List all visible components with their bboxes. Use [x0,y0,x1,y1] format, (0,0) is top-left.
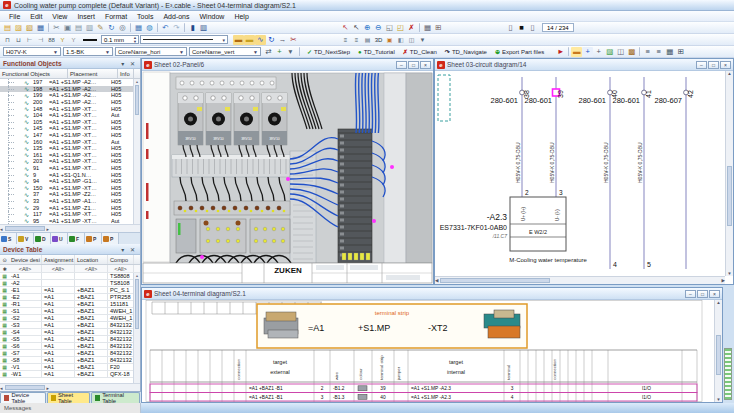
menu-item[interactable]: Format [100,13,132,20]
functional-object-row[interactable]: ∿ 91 =A1 +S1.MP -XT… H05 [0,165,140,172]
functional-objects-columns[interactable]: Functional Objects Placement Info [0,69,140,79]
core-name-vert-combo[interactable]: CoreName_vert▼ [189,47,261,56]
close-button[interactable]: × [709,290,720,298]
panel-3d-icon[interactable]: 3D [373,35,384,45]
layer-icon[interactable]: ▤ [362,35,373,45]
functional-object-row[interactable]: ∿ 135 =A1 +S1.MP -XT… H05 [0,145,140,152]
functional-object-row[interactable]: ∿ 161 =A1 +S1.MP -XT… H05 [0,152,140,159]
filter-yellow-icon[interactable]: Y [57,35,68,45]
circuit-diagram[interactable]: 38280-601H05V-K 0,75-DBU39280-601H05V-K … [435,71,725,276]
swap-icon[interactable]: ◫ [615,47,626,57]
add-terminal-icon[interactable]: + [582,47,593,57]
zoom-in-icon[interactable]: ⊕ [362,23,373,33]
maximize-button[interactable]: □ [708,61,719,69]
functional-object-row[interactable]: ∿ 203 =A1 +S1.MP -XT… H05 [0,158,140,165]
table-view-icon[interactable]: ▥ [198,23,209,33]
block-icon[interactable]: ▩ [626,47,637,57]
device-row[interactable]: ▦ -V1 =A1 +BAZ1 F20 [0,364,140,371]
td-navigate-button[interactable]: ↷TD_Navigate [441,48,491,55]
dt-vertical-scrollbar[interactable]: ▴ [133,273,140,383]
dock-icon-tab[interactable]: P [85,233,102,244]
device-table-columns[interactable]: ⊙ Device desi Assignment Location Compo [0,255,140,265]
align-left-icon[interactable]: ≡ [340,35,351,45]
sep[interactable] [184,23,185,32]
sep[interactable] [639,47,640,56]
circuit-titlebar[interactable]: e Sheet 03-circuit diagram/14 –□× [435,59,733,71]
table-icon[interactable]: ▦ [664,47,675,57]
menu-item[interactable]: Edit [25,13,47,20]
align-mid-icon[interactable]: ≡ [351,35,362,45]
dock-icon-tab[interactable]: V [17,233,34,244]
copy-icon[interactable]: ▣ [62,23,73,33]
connect-right-icon[interactable]: ⊢ [24,35,35,45]
menu-item[interactable]: Window [195,13,230,20]
paste-icon[interactable]: ▤ [73,23,84,33]
line-style-dropdown[interactable]: ▾ [140,35,228,44]
core-name-hori-combo[interactable]: CoreName_hori▼ [115,47,187,56]
dock-tab[interactable]: Sheet Table [47,392,90,403]
mdi-scroll-strip[interactable] [724,348,732,400]
messages-tab[interactable]: Messages [0,403,141,413]
mirror-icon[interactable]: ◫ [406,35,417,45]
td-nextstep-button[interactable]: ✓TD_NextStep [303,48,354,55]
close-button[interactable]: × [420,61,431,69]
functional-object-row[interactable]: ∿ 160 =A1 +S1.MP -XT… Aut [0,138,140,145]
circuit-vertical-scrollbar[interactable]: ▲▼ [725,71,733,276]
wire-width-spinner[interactable]: 0.1 mm▲▼ [101,35,139,44]
circuit-horizontal-scrollbar[interactable]: ◀▶ [435,276,725,284]
list1-icon[interactable]: ≡ [642,47,653,57]
functional-object-row[interactable]: ∿ 37 =A1 +S1.MP -Z2… H05 [0,191,140,198]
device-row[interactable]: ▦ -S6 =A1 +BAZ1 8432132 [0,343,140,350]
functional-object-row[interactable]: ∿ 145 =A1 +S1.MP -XT… H05 [0,125,140,132]
functional-object-row[interactable]: ∿ 29 =A1 +S1.MP -Z1… H05 [0,204,140,211]
connect-left-icon[interactable]: ⊣ [35,35,46,45]
zoom-previous-icon[interactable]: ◰ [395,23,406,33]
minimize-button[interactable]: – [396,61,407,69]
previous-sheet-icon[interactable]: ▯ [505,23,516,33]
paste-special-icon[interactable]: ▥ [84,23,95,33]
device-row[interactable]: ▦ -S1 =A1 +BAZ1 4WEH_1 [0,308,140,315]
device-table-filter-row[interactable]: ✱ <All> <All> <All> <All> [0,265,140,273]
sep[interactable] [48,23,49,32]
core-swap-icon[interactable]: ⇄ [263,47,274,57]
wire-type-combo[interactable]: H07V-K▼ [3,47,61,56]
open-icon[interactable]: ▨ [13,23,24,33]
junction-icon[interactable]: 88 [46,35,57,45]
device-row[interactable]: ▦ -E2 =A1 +BAZ1 PTR258 [0,294,140,301]
close-button[interactable]: × [720,61,731,69]
filter-gray-icon[interactable]: Y [68,35,79,45]
panel3d-titlebar[interactable]: e Sheet 02-Panel/6 –□× [142,59,433,71]
list2-icon[interactable]: ≡ [653,47,664,57]
loop-icon[interactable]: ∿ [255,35,266,45]
fo-vertical-scrollbar[interactable]: ▴ [133,79,140,224]
dock-icon-tab[interactable]: F [68,233,85,244]
print-icon[interactable]: ▦ [133,23,144,33]
open-project-icon[interactable]: ▧ [24,23,35,33]
maximize-button[interactable]: □ [408,61,419,69]
core-assign-icon[interactable]: + [274,47,285,57]
device-row[interactable]: ▦ -S3 =A1 +BAZ1 8432132 [0,322,140,329]
panel-view-icon[interactable]: ▮ [187,23,198,33]
device-row[interactable]: ▦ -S5 =A1 +BAZ1 8432132 [0,336,140,343]
functional-object-row[interactable]: ∿ 94 =A1 +S1.MP -G1… H05 [0,178,140,185]
lock-icon[interactable]: ◧ [395,35,406,45]
functional-object-row[interactable]: ∿ 148 =A1 +S1.MP -XT… H05 [0,105,140,112]
functional-object-row[interactable]: ∿ 105 =A1 +S1.MP -XT… H05 [0,119,140,126]
device-row[interactable]: ▦ -S4 =A1 +BAZ1 8432132 [0,329,140,336]
zoom-window-icon[interactable]: ◱ [384,23,395,33]
device-row[interactable]: ▦ -S7 =A1 +BAZ1 8432132 [0,350,140,357]
export-part-files-button[interactable]: ⊕Export Part files [491,48,548,55]
select-special-icon[interactable]: ↖ [340,23,351,33]
td-clean-button[interactable]: ✗TD_Clean [399,48,441,55]
wire-size-combo[interactable]: 1.5-BK▼ [63,47,113,56]
terminal-strip-header[interactable]: =A1 terminal strip +S1.MP -XT2 [257,304,527,348]
dock-icon-tab[interactable]: P [102,233,119,244]
cabinet-3d-view[interactable]: 3RV103RV103RV103RV10 ZUKEN [142,71,433,284]
dt-horizontal-scrollbar[interactable]: ◂▸ [0,383,140,391]
functional-object-row[interactable]: ∿ 9 =A1 +S1-Q1.N… H05 [0,171,140,178]
core-menu-icon[interactable]: ▾ [285,47,296,57]
redo-icon[interactable]: ↷ [171,23,182,33]
menu-item[interactable]: Help [229,13,253,20]
device-row[interactable]: ▦ -S8 =A1 +BAZ1 8432132 [0,357,140,364]
dock-icon-tab[interactable]: S [0,233,17,244]
